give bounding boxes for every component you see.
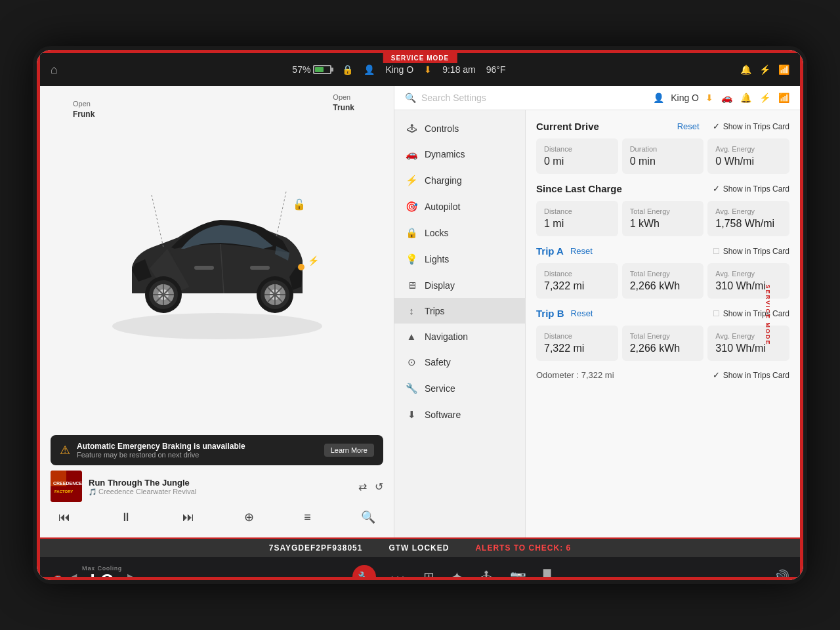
gtw-text: GTW LOCKED <box>388 543 449 553</box>
current-drive-stats: Distance 0 mi Duration 0 min Avg. Energy… <box>536 138 789 174</box>
alert-subtitle: Feature may be restored on next drive <box>77 451 318 459</box>
nav-item-display[interactable]: 🖥 Display <box>394 272 525 298</box>
nav-item-software[interactable]: ⬇ Software <box>394 402 525 428</box>
current-energy-cell: Avg. Energy 0 Wh/mi <box>707 138 789 174</box>
trip-b-distance-cell: Distance 7,322 mi <box>536 326 618 361</box>
next-button[interactable]: ⏭ <box>177 508 200 527</box>
frunk-label[interactable]: Open Frunk <box>73 99 94 120</box>
controls-label: Controls <box>425 123 459 134</box>
current-duration-cell: Duration 0 min <box>622 138 704 174</box>
alert-title: Automatic Emergency Braking is unavailab… <box>77 442 318 451</box>
home-icon[interactable]: ⌂ <box>51 63 58 77</box>
music-title: Run Through The Jungle <box>89 478 352 488</box>
nav-item-controls[interactable]: 🕹 Controls <box>394 116 525 141</box>
nav-item-trips[interactable]: ↕ Trips <box>394 298 525 324</box>
car-area: Open Frunk Open Trunk <box>40 86 394 435</box>
add-button[interactable]: ⊕ <box>239 507 259 527</box>
music-player: CREEDENCE FACTORY Run Through The Jungle… <box>51 471 383 527</box>
since-charge-stats: Distance 1 mi Total Energy 1 kWh Avg. En… <box>536 201 789 236</box>
eq-button[interactable]: ≡ <box>299 508 316 527</box>
dynamics-icon: 🚗 <box>405 148 418 160</box>
trip-b-avg-label: Avg. Energy <box>715 332 782 340</box>
controls-icon: 🕹 <box>405 123 418 134</box>
music-meta: Run Through The Jungle 🎵 Creedence Clear… <box>89 478 352 495</box>
trip-a-distance-label: Distance <box>544 270 610 278</box>
album-art: CREEDENCE FACTORY <box>51 471 82 502</box>
nav-item-charging[interactable]: ⚡ Charging <box>394 167 525 194</box>
joystick-bottom-icon[interactable]: 🕹 <box>477 567 495 581</box>
autopilot-icon: 🎯 <box>405 201 418 213</box>
learn-more-button[interactable]: Learn More <box>324 444 374 457</box>
bell-profile-icon[interactable]: 🔔 <box>740 93 751 103</box>
battery-display: 57% <box>292 64 331 75</box>
download-profile-icon[interactable]: ⬇ <box>705 93 713 103</box>
nav-item-lights[interactable]: 💡 Lights <box>394 246 525 272</box>
car-bottom-icon[interactable]: 🚗 <box>51 571 64 581</box>
charge-total-label: Total Energy <box>630 207 696 215</box>
locks-icon: 🔒 <box>405 227 418 239</box>
grid-icon[interactable]: ⊞ <box>421 566 437 580</box>
car-illustration: ⚡ 🔓 <box>93 175 342 346</box>
volume-icon[interactable]: 🔊 <box>773 569 789 580</box>
wrench-button[interactable]: 🔧 <box>352 565 376 580</box>
bt-profile-icon[interactable]: ⚡ <box>759 93 770 103</box>
signal-profile-icon[interactable]: 📶 <box>778 93 789 103</box>
shuffle-icon[interactable]: ⇄ <box>358 480 367 493</box>
safety-icon: ⊙ <box>405 356 418 368</box>
nav-item-dynamics[interactable]: 🚗 Dynamics <box>394 141 525 167</box>
charge-avg-energy-cell: Avg. Energy 1,758 Wh/mi <box>707 201 789 236</box>
trip-b-reset[interactable]: Reset <box>571 308 593 318</box>
lights-label: Lights <box>425 254 449 264</box>
current-drive-reset[interactable]: Reset <box>677 121 700 131</box>
svg-text:🔓: 🔓 <box>293 198 306 211</box>
arrow-right-icon[interactable]: ▶ <box>127 571 135 581</box>
software-icon: ⬇ <box>405 409 418 421</box>
trip-b-stats: Distance 7,322 mi Total Energy 2,266 kWh… <box>536 326 789 361</box>
since-charge-header: Since Last Charge ✓ Show in Trips Card <box>536 183 789 194</box>
download-icon: ⬇ <box>424 64 432 75</box>
pause-button[interactable]: ⏸ <box>115 508 137 527</box>
search-bar[interactable]: 🔍 Search Settings <box>405 93 486 103</box>
car-profile-icon[interactable]: 🚗 <box>721 93 732 103</box>
current-energy-label: Avg. Energy <box>715 145 782 153</box>
bottom-left: 🚗 ◀ Max Cooling LO ▶ <box>51 565 135 580</box>
trips-icon: ↕ <box>405 305 418 316</box>
nav-item-safety[interactable]: ⊙ Safety <box>394 349 525 375</box>
current-distance-cell: Distance 0 mi <box>536 138 618 174</box>
nav-item-navigation[interactable]: ▲ Navigation <box>394 324 525 349</box>
vin-text: 7SAYGDEF2PF938051 <box>269 543 363 553</box>
bell-icon: 🔔 <box>740 64 751 75</box>
username-label: King O <box>385 64 413 75</box>
current-duration-label: Duration <box>630 145 696 153</box>
arrow-left-icon[interactable]: ◀ <box>69 571 77 581</box>
nav-item-service[interactable]: 🔧 Service <box>394 375 525 402</box>
trip-a-reset[interactable]: Reset <box>570 246 593 256</box>
current-drive-show-trips: ✓ Show in Trips Card <box>713 121 789 131</box>
nav-item-locks[interactable]: 🔒 Locks <box>394 220 525 246</box>
music-controls-right: ⇄ ↺ <box>358 480 383 493</box>
bar-icon[interactable]: ▊ <box>541 566 556 580</box>
trip-b-avg-cell: Avg. Energy 310 Wh/mi <box>707 326 789 361</box>
nav-item-autopilot[interactable]: 🎯 Autopilot <box>394 194 525 220</box>
screen-inner: SERVICE MODE SERVICE MODE SERVICE MODE ⌂… <box>37 50 803 580</box>
search-music-button[interactable]: 🔍 <box>356 507 381 527</box>
dynamics-label: Dynamics <box>425 149 465 159</box>
signal-icon: 📶 <box>778 64 789 75</box>
trip-b-header: Trip B Reset ☐ Show in Trips Card <box>536 308 789 319</box>
camera-icon[interactable]: 📷 <box>507 566 529 580</box>
profile-area: 👤 King O ⬇ 🚗 🔔 ⚡ 📶 <box>653 93 789 103</box>
alert-icon: ⚠ <box>60 443 70 457</box>
dots-icon[interactable]: ··· <box>388 566 409 580</box>
settings-header: 🔍 Search Settings 👤 King O ⬇ 🚗 🔔 ⚡ 📶 <box>394 86 800 110</box>
status-bar: SERVICE MODE ⌂ 57% 🔒 👤 King O ⬇ 9:18 am … <box>40 53 800 86</box>
status-right: 🔔 ⚡ 📶 <box>740 64 789 75</box>
trip-a-show-trips: ☐ Show in Trips Card <box>713 247 789 256</box>
odometer-row: Odometer : 7,322 mi ✓ Show in Trips Card <box>536 370 789 380</box>
star-icon[interactable]: ✦ <box>449 566 465 580</box>
repeat-icon[interactable]: ↺ <box>375 480 383 493</box>
prev-button[interactable]: ⏮ <box>53 508 75 527</box>
trunk-label[interactable]: Open Trunk <box>333 93 354 114</box>
alerts-text: ALERTS TO CHECK: 6 <box>475 543 571 553</box>
current-distance-value: 0 mi <box>544 156 610 167</box>
current-duration-value: 0 min <box>630 156 696 167</box>
